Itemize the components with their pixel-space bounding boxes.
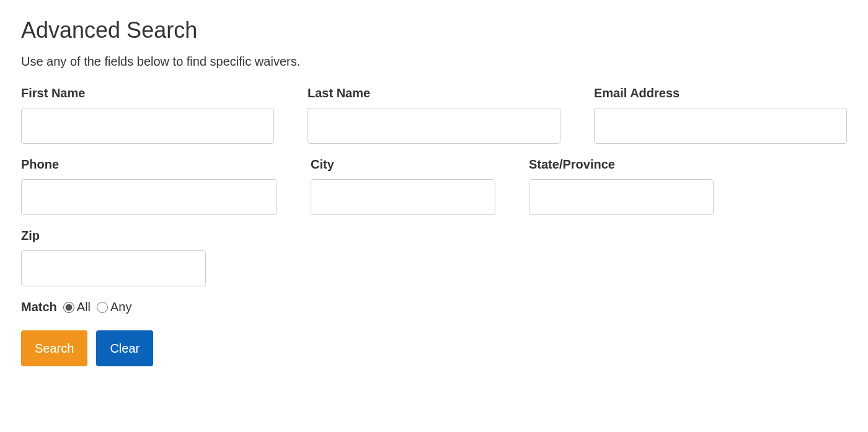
match-radio-any[interactable] [97,302,108,313]
zip-input[interactable] [21,250,206,286]
page-subtitle: Use any of the fields below to find spec… [21,55,847,69]
match-option-any-label: Any [110,300,131,314]
state-input[interactable] [529,179,714,215]
clear-button[interactable]: Clear [96,330,153,366]
email-label: Email Address [594,86,847,100]
match-option-all-label: All [77,300,91,314]
match-label: Match [21,300,57,314]
first-name-input[interactable] [21,108,274,144]
last-name-input[interactable] [308,108,560,144]
phone-input[interactable] [21,179,277,215]
match-option-all[interactable]: All [63,300,91,314]
email-input[interactable] [594,108,847,144]
phone-label: Phone [21,157,277,172]
city-label: City [311,157,495,172]
page-title: Advanced Search [21,17,847,43]
last-name-label: Last Name [308,86,560,100]
city-input[interactable] [311,179,495,215]
match-radio-all[interactable] [63,302,74,313]
first-name-label: First Name [21,86,274,100]
state-label: State/Province [529,157,714,172]
search-button[interactable]: Search [21,330,87,366]
match-option-any[interactable]: Any [97,300,131,314]
zip-label: Zip [21,229,206,243]
